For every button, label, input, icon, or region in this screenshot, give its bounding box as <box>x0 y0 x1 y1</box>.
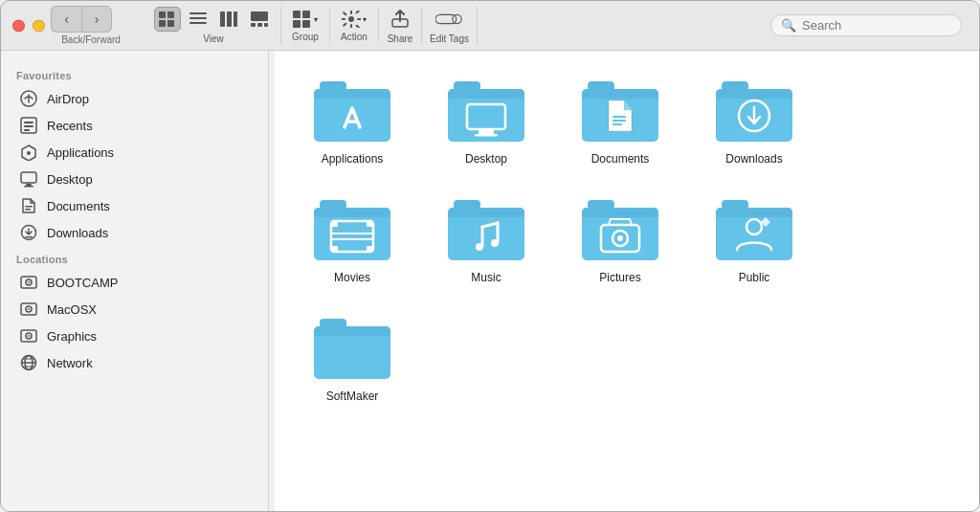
action-buttons: ▾ <box>338 9 370 30</box>
folder-music-label: Music <box>471 271 501 284</box>
search-input[interactable] <box>802 18 951 33</box>
group-group: ▾ Group <box>281 9 330 42</box>
share-label: Share <box>388 33 413 44</box>
view-group: View <box>146 7 281 44</box>
folder-pictures[interactable]: Pictures <box>558 192 682 292</box>
svg-rect-63 <box>582 94 658 99</box>
group-label: Group <box>292 32 319 42</box>
locations-section-label: Locations <box>1 246 268 269</box>
svg-rect-79 <box>331 246 338 252</box>
group-button[interactable]: ▾ <box>289 9 322 30</box>
svg-point-37 <box>28 281 30 283</box>
icon-view-icon <box>159 11 176 27</box>
graphics-icon <box>20 327 37 345</box>
forward-button[interactable]: › <box>81 6 112 33</box>
sidebar-item-desktop[interactable]: Desktop <box>5 166 264 192</box>
svg-point-43 <box>28 335 30 337</box>
svg-rect-64 <box>612 116 626 118</box>
folder-music[interactable]: Music <box>424 192 548 292</box>
folder-applications[interactable]: Applications <box>290 74 414 173</box>
sidebar-item-airdrop-label: AirDrop <box>47 92 89 106</box>
sidebar-item-applications[interactable]: Applications <box>5 139 264 166</box>
documents-icon <box>20 197 37 214</box>
list-view-button[interactable] <box>185 7 212 32</box>
svg-rect-13 <box>264 23 268 27</box>
close-button[interactable] <box>12 19 25 32</box>
network-icon <box>20 354 37 371</box>
svg-rect-78 <box>367 221 373 227</box>
svg-rect-0 <box>159 11 166 18</box>
sidebar-item-graphics[interactable]: Graphics <box>5 323 264 349</box>
svg-rect-6 <box>189 22 207 24</box>
column-view-icon <box>220 11 237 27</box>
action-label: Action <box>341 32 368 42</box>
icon-view-button[interactable] <box>154 7 181 32</box>
folder-movies[interactable]: Movies <box>290 192 414 292</box>
action-button[interactable]: ▾ <box>338 9 370 30</box>
svg-rect-58 <box>479 130 494 134</box>
svg-rect-3 <box>167 20 174 27</box>
gallery-view-button[interactable] <box>246 7 273 32</box>
folder-downloads[interactable]: Downloads <box>692 74 816 173</box>
svg-rect-80 <box>367 246 373 252</box>
recents-icon <box>20 117 37 134</box>
main-area: Favourites AirDrop <box>1 51 980 512</box>
svg-rect-52 <box>314 94 390 99</box>
folder-documents[interactable]: Documents <box>558 74 682 173</box>
search-box[interactable]: 🔍 <box>770 14 962 36</box>
svg-rect-30 <box>24 186 33 188</box>
sidebar-item-macosx[interactable]: MacOSX <box>5 296 264 323</box>
sidebar-item-documents[interactable]: Documents <box>5 192 264 219</box>
svg-rect-4 <box>189 12 207 14</box>
folder-softmaker[interactable]: SoftMaker <box>290 311 414 411</box>
svg-rect-75 <box>314 212 390 217</box>
svg-rect-34 <box>25 236 33 238</box>
svg-rect-24 <box>24 122 33 123</box>
edit-tags-buttons <box>435 7 462 32</box>
svg-rect-31 <box>25 206 33 208</box>
sidebar-item-recents[interactable]: Recents <box>5 112 264 139</box>
share-icon <box>390 10 410 29</box>
minimize-button[interactable] <box>33 19 45 32</box>
sidebar-item-downloads[interactable]: Downloads <box>5 219 264 246</box>
svg-rect-26 <box>24 129 30 131</box>
edit-tags-button[interactable] <box>435 7 462 32</box>
column-view-button[interactable] <box>215 7 242 32</box>
svg-point-27 <box>27 151 31 155</box>
nav-label: Back/Forward <box>61 34 121 45</box>
search-group: 🔍 <box>478 14 969 36</box>
sidebar-item-network[interactable]: Network <box>5 349 264 376</box>
sidebar-item-downloads-label: Downloads <box>47 226 108 240</box>
svg-rect-32 <box>25 209 31 211</box>
folder-documents-label: Documents <box>591 152 650 166</box>
svg-rect-12 <box>257 23 262 27</box>
folder-applications-label: Applications <box>322 152 384 166</box>
search-icon: 🔍 <box>781 18 796 33</box>
svg-rect-16 <box>293 20 301 28</box>
toolbar: ‹ › Back/Forward <box>12 6 969 45</box>
view-label: View <box>203 33 224 44</box>
svg-point-21 <box>453 14 461 23</box>
folder-desktop[interactable]: Desktop <box>424 74 548 173</box>
folder-documents-icon <box>582 81 658 146</box>
svg-point-87 <box>476 243 483 251</box>
group-buttons: ▾ <box>289 9 322 30</box>
sidebar-item-bootcamp[interactable]: BOOTCAMP <box>5 269 264 296</box>
folder-movies-icon <box>314 200 390 265</box>
svg-rect-56 <box>448 94 524 99</box>
svg-rect-92 <box>582 212 658 217</box>
action-group: ▾ Action <box>330 9 379 42</box>
view-buttons <box>154 7 273 32</box>
sidebar-item-airdrop[interactable]: AirDrop <box>5 85 264 112</box>
folder-applications-icon <box>314 81 390 146</box>
svg-rect-70 <box>716 94 792 99</box>
svg-point-40 <box>28 308 30 310</box>
airdrop-icon <box>20 90 37 107</box>
desktop-icon <box>20 170 37 188</box>
bootcamp-icon <box>20 274 37 291</box>
svg-rect-104 <box>314 331 390 336</box>
folder-public-icon <box>716 200 792 265</box>
share-button[interactable] <box>387 7 413 32</box>
back-button[interactable]: ‹ <box>51 6 81 33</box>
folder-public[interactable]: Public <box>692 192 816 292</box>
